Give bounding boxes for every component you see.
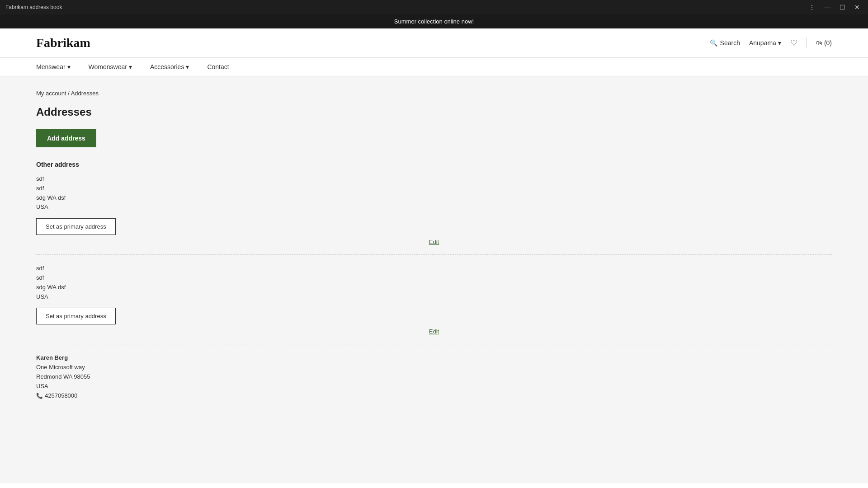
breadcrumb-my-account[interactable]: My account [36, 90, 66, 97]
window-title: Fabrikam address book [5, 4, 62, 10]
address-name: Karen Berg [36, 353, 832, 363]
breadcrumb-current: Addresses [71, 90, 99, 97]
search-button[interactable]: 🔍 Search [710, 39, 740, 47]
phone-icon: 📞 [36, 393, 43, 399]
wishlist-button[interactable]: ♡ [790, 38, 797, 48]
nav-item-womenswear[interactable]: Womenswear ▾ [89, 63, 132, 70]
cart-count: (0) [824, 39, 832, 47]
address-item: sdf sdf sdg WA dsf USA Set as primary ad… [36, 264, 832, 335]
phone-number: 📞4257058000 [36, 391, 832, 401]
address-line: sdg WA dsf [36, 193, 832, 203]
address-line: sdf [36, 184, 832, 193]
address-line: sdf [36, 264, 832, 273]
address-line: One Microsoft way [36, 363, 832, 372]
address-separator [36, 254, 832, 255]
search-icon: 🔍 [710, 39, 717, 47]
main-content: My account / Addresses Addresses Add add… [0, 76, 868, 483]
window-close-button[interactable]: ✕ [852, 3, 863, 12]
address-line: sdg WA dsf [36, 283, 832, 292]
search-label: Search [720, 39, 740, 47]
nav-item-menswear[interactable]: Menswear ▾ [36, 63, 71, 70]
nav-item-contact[interactable]: Contact [207, 63, 229, 70]
address-line: sdf [36, 174, 832, 184]
address-item: Karen Berg One Microsoft way Redmond WA … [36, 353, 832, 400]
window-chrome: Fabrikam address book ⋮ — ☐ ✕ [0, 0, 868, 14]
set-primary-address-button[interactable]: Set as primary address [36, 308, 116, 324]
banner-text: Summer collection online now! [394, 18, 474, 25]
address-actions: Set as primary address Edit [36, 218, 832, 245]
logo[interactable]: Fabrikam [36, 36, 90, 50]
contact-label: Contact [207, 63, 229, 70]
add-address-button[interactable]: Add address [36, 129, 96, 147]
address-line: USA [36, 202, 832, 212]
accessories-label: Accessories [150, 63, 184, 70]
header-right: 🔍 Search Anupama ▾ ♡ 🛍 (0) [710, 38, 832, 48]
page-title: Addresses [36, 106, 832, 118]
chevron-down-icon: ▾ [778, 39, 781, 47]
window-controls: ⋮ — ☐ ✕ [806, 3, 863, 12]
address-item: sdf sdf sdg WA dsf USA Set as primary ad… [36, 174, 832, 245]
chevron-down-icon: ▾ [186, 63, 189, 70]
womenswear-label: Womenswear [89, 63, 127, 70]
address-line: USA [36, 382, 832, 391]
nav-item-accessories[interactable]: Accessories ▾ [150, 63, 189, 70]
header-divider [807, 38, 807, 48]
section-header: Other address [36, 161, 832, 168]
main-nav: Menswear ▾ Womenswear ▾ Accessories ▾ Co… [0, 58, 868, 76]
menswear-label: Menswear [36, 63, 66, 70]
chevron-down-icon: ▾ [67, 63, 71, 70]
window-minimize-button[interactable]: — [821, 3, 833, 12]
address-line: USA [36, 292, 832, 302]
top-banner: Summer collection online now! [0, 14, 868, 28]
heart-icon: ♡ [790, 38, 797, 47]
cart-button[interactable]: 🛍 (0) [816, 39, 832, 47]
set-primary-address-button[interactable]: Set as primary address [36, 218, 116, 235]
user-name: Anupama [749, 39, 776, 47]
chevron-down-icon: ▾ [129, 63, 132, 70]
address-actions: Set as primary address Edit [36, 308, 832, 335]
address-line: sdf [36, 273, 832, 283]
edit-address-button[interactable]: Edit [36, 239, 832, 245]
window-menu-button[interactable]: ⋮ [806, 3, 818, 12]
address-separator [36, 344, 832, 344]
breadcrumb: My account / Addresses [36, 90, 832, 97]
edit-address-button[interactable]: Edit [36, 328, 832, 335]
user-menu-button[interactable]: Anupama ▾ [749, 39, 781, 47]
window-maximize-button[interactable]: ☐ [837, 3, 848, 12]
header: Fabrikam 🔍 Search Anupama ▾ ♡ 🛍 (0) [0, 28, 868, 58]
cart-icon: 🛍 [816, 39, 822, 47]
address-line: Redmond WA 98055 [36, 372, 832, 382]
